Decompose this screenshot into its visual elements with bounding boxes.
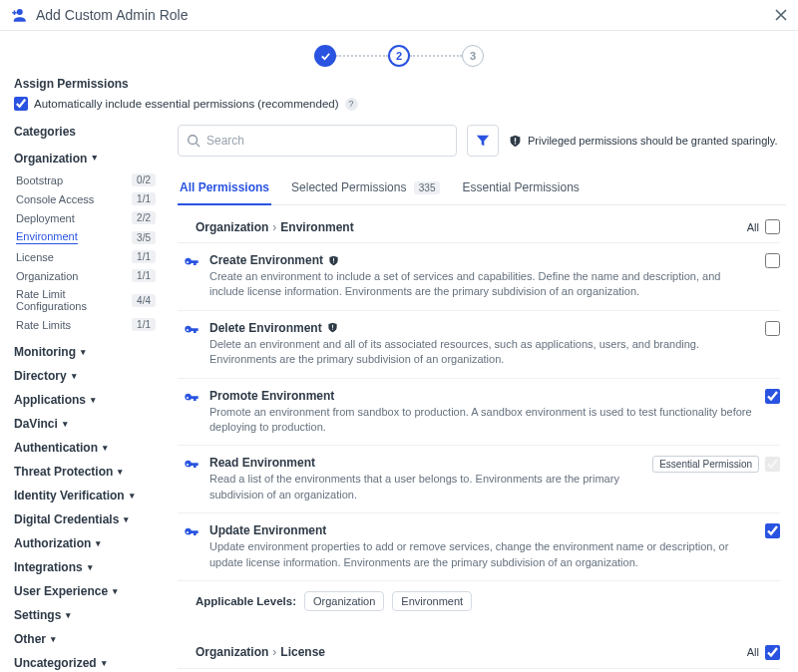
step-2[interactable]: 2: [388, 45, 410, 67]
chevron-up-icon: ▴: [92, 154, 97, 164]
subcategory-bootstrap[interactable]: Bootstrap0/2: [16, 170, 160, 189]
category-uncategorized[interactable]: Uncategorized▾: [14, 651, 160, 672]
close-icon[interactable]: [774, 8, 788, 22]
subcategory-label: Console Access: [16, 193, 94, 205]
chevron-down-icon: ▾: [113, 586, 118, 596]
chevron-down-icon: ▾: [118, 467, 123, 477]
permission-row: Update EnvironmentUpdate environment pro…: [178, 512, 780, 580]
category-label: Organization: [14, 152, 87, 166]
category-applications[interactable]: Applications▾: [14, 388, 160, 412]
permission-checkbox[interactable]: [765, 389, 780, 404]
category-label: Applications: [14, 393, 86, 407]
tab-essential-permissions[interactable]: Essential Permissions: [460, 172, 581, 204]
chevron-down-icon: ▾: [66, 610, 71, 620]
subcategory-deployment[interactable]: Deployment2/2: [16, 208, 160, 227]
subcategory-label: Deployment: [16, 212, 75, 224]
auto-include-label: Automatically include essential permissi…: [34, 98, 339, 110]
permission-description: Delete an environment and all of its ass…: [209, 337, 755, 368]
search-box: [178, 125, 457, 157]
permission-list[interactable]: Organization›EnvironmentAllCreate Enviro…: [178, 205, 786, 672]
level-pill: Organization: [304, 591, 384, 611]
category-authorization[interactable]: Authorization▾: [14, 531, 160, 555]
subcategory-environment[interactable]: Environment3/5: [16, 227, 160, 247]
shield-warn-icon: [509, 135, 522, 148]
chevron-down-icon: ▾: [51, 634, 56, 644]
level-pill: Environment: [392, 591, 472, 611]
category-label: Integrations: [14, 560, 83, 574]
subcategory-label: Bootstrap: [16, 174, 63, 186]
permission-checkbox[interactable]: [765, 253, 780, 268]
permission-group-header: Organization›EnvironmentAll: [178, 205, 780, 242]
svg-rect-3: [515, 143, 516, 144]
tab-all-permissions[interactable]: All Permissions: [178, 172, 271, 204]
privileged-icon: [327, 322, 338, 333]
category-monitoring[interactable]: Monitoring▾: [14, 340, 160, 364]
auto-include-checkbox[interactable]: [14, 97, 28, 111]
search-input[interactable]: [206, 134, 448, 148]
key-icon: [184, 255, 200, 271]
category-threat-protection[interactable]: Threat Protection▾: [14, 460, 160, 484]
key-icon: [184, 458, 200, 474]
category-label: Identity Verification: [14, 489, 125, 503]
chevron-down-icon: ▾: [102, 658, 107, 668]
category-label: Settings: [14, 608, 61, 622]
select-all-label: All: [747, 646, 759, 658]
key-icon: [184, 323, 200, 339]
subcategory-count: 1/1: [132, 318, 156, 331]
permission-row: Read EnvironmentRead a list of the envir…: [178, 445, 780, 512]
help-icon[interactable]: ?: [345, 98, 358, 111]
permission-title: Promote Environment: [209, 389, 755, 403]
auto-include-row: Automatically include essential permissi…: [14, 97, 798, 111]
category-label: Uncategorized: [14, 656, 97, 670]
permission-description: Promote an environment from sandbox to p…: [209, 405, 755, 436]
svg-rect-2: [515, 138, 516, 142]
main-panel: Privileged permissions should be granted…: [168, 125, 798, 672]
category-organization[interactable]: Organization▴: [14, 147, 160, 170]
select-all-checkbox[interactable]: [765, 219, 780, 234]
category-authentication[interactable]: Authentication▾: [14, 436, 160, 460]
subcategory-rate-limits[interactable]: Rate Limits1/1: [16, 315, 160, 334]
tab-selected-permissions[interactable]: Selected Permissions 335: [289, 172, 442, 204]
category-other[interactable]: Other▾: [14, 627, 160, 651]
filter-button[interactable]: [467, 125, 499, 157]
filter-icon: [476, 134, 490, 148]
breadcrumb: Organization›Environment: [196, 220, 354, 234]
privileged-warning-text: Privileged permissions should be granted…: [528, 135, 778, 147]
category-integrations[interactable]: Integrations▾: [14, 555, 160, 579]
permission-checkbox: [765, 457, 780, 472]
select-all-checkbox[interactable]: [765, 645, 780, 660]
subcategory-count: 1/1: [132, 250, 156, 263]
category-digital-credentials[interactable]: Digital Credentials▾: [14, 507, 160, 531]
category-label: Authentication: [14, 441, 98, 455]
permission-title: Read Environment: [209, 456, 642, 470]
category-settings[interactable]: Settings▾: [14, 603, 160, 627]
subcategory-rate-limit-configurations[interactable]: Rate Limit Configurations4/4: [16, 285, 160, 315]
key-icon: [184, 391, 200, 407]
category-identity-verification[interactable]: Identity Verification▾: [14, 484, 160, 507]
category-directory[interactable]: Directory▾: [14, 364, 160, 388]
subcategory-license[interactable]: License1/1: [16, 247, 160, 266]
privileged-icon: [328, 255, 339, 266]
category-label: Directory: [14, 369, 67, 383]
step-3: 3: [462, 45, 484, 67]
check-icon: [320, 51, 331, 62]
sidebar: Categories Organization▴Bootstrap0/2Cons…: [0, 125, 168, 672]
permission-description: Read a list of the environments that a u…: [209, 472, 642, 503]
category-davinci[interactable]: DaVinci▾: [14, 412, 160, 436]
permission-checkbox[interactable]: [765, 321, 780, 336]
step-1[interactable]: [314, 45, 336, 67]
assign-permissions-heading: Assign Permissions: [14, 77, 798, 91]
subcategory-console-access[interactable]: Console Access1/1: [16, 189, 160, 208]
chevron-down-icon: ▾: [63, 419, 68, 429]
permission-checkbox[interactable]: [765, 523, 780, 538]
person-add-icon: [10, 6, 28, 24]
subcategory-organization[interactable]: Organization1/1: [16, 266, 160, 285]
chevron-down-icon: ▾: [81, 347, 86, 357]
permission-title: Update Environment: [209, 523, 755, 537]
category-label: Authorization: [14, 536, 91, 550]
select-all-row: All: [747, 645, 780, 660]
step-connector: [336, 55, 388, 57]
category-user-experience[interactable]: User Experience▾: [14, 579, 160, 603]
subcategory-count: 0/2: [132, 173, 156, 186]
subcategory-count: 1/1: [132, 192, 156, 205]
